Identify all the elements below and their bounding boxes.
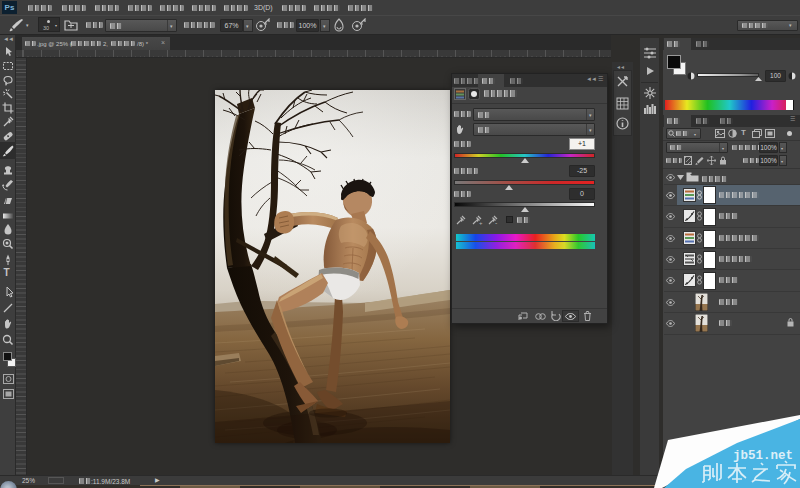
svg-text:-: - <box>495 219 498 225</box>
svg-text:+: + <box>479 220 483 225</box>
svg-text:jb51.net: jb51.net <box>733 449 793 463</box>
